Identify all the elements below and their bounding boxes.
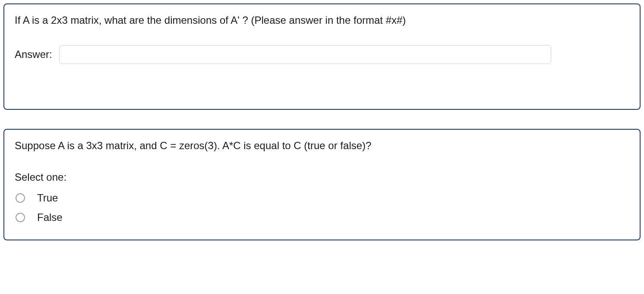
radio-circle-icon[interactable]	[16, 193, 25, 203]
radio-option-true[interactable]: True	[15, 188, 629, 208]
radio-option-false[interactable]: False	[15, 208, 629, 227]
answer-label: Answer:	[15, 47, 52, 62]
radio-label-false[interactable]: False	[37, 210, 63, 225]
radio-circle-icon[interactable]	[16, 213, 25, 222]
question-1-text: If A is a 2x3 matrix, what are the dimen…	[15, 13, 629, 28]
question-2-text: Suppose A is a 3x3 matrix, and C = zeros…	[15, 138, 629, 153]
answer-row: Answer:	[15, 45, 629, 64]
answer-input[interactable]	[59, 45, 551, 64]
question-box-1: If A is a 2x3 matrix, what are the dimen…	[3, 3, 641, 110]
radio-label-true[interactable]: True	[37, 191, 58, 205]
select-one-label: Select one:	[15, 170, 629, 185]
question-box-2: Suppose A is a 3x3 matrix, and C = zeros…	[3, 129, 641, 240]
